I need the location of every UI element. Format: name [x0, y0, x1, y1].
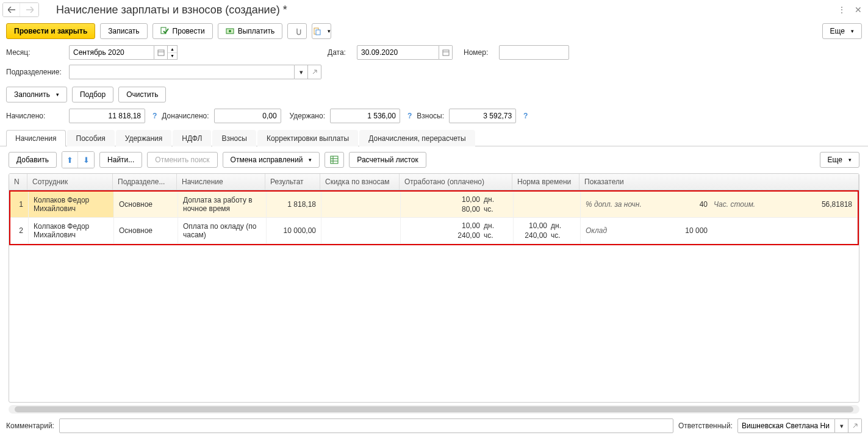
cell-accrual: Доплата за работу в ночное время	[178, 192, 267, 217]
kebab-menu-icon[interactable]: ⋮	[838, 5, 846, 15]
pick-button[interactable]: Подбор	[72, 87, 113, 102]
additional-value[interactable]	[214, 109, 281, 123]
grid-icon	[330, 156, 339, 164]
month-input[interactable]	[69, 45, 154, 60]
date-label: Дата:	[328, 48, 352, 57]
cell-worked: 10,00дн. 80,00чс.	[401, 192, 514, 217]
svg-rect-5	[158, 50, 164, 56]
accrued-label: Начислено:	[6, 112, 64, 120]
date-input[interactable]	[357, 45, 439, 60]
comment-input[interactable]	[59, 418, 673, 433]
responsible-label: Ответственный:	[678, 422, 733, 430]
col-norm[interactable]: Норма времени	[512, 174, 579, 190]
tab-recalc[interactable]: Доначисления, перерасчеты	[359, 130, 475, 146]
contrib-value[interactable]	[449, 109, 516, 123]
tab-ndfl[interactable]: НДФЛ	[173, 130, 211, 146]
cell-department: Основное	[114, 218, 178, 243]
cancel-search-button: Отменить поиск	[147, 152, 217, 168]
table-row[interactable]: 2 Колпаков Федор Михайлович Основное Опл…	[10, 218, 858, 244]
add-row-button[interactable]: Добавить	[9, 152, 57, 168]
col-department[interactable]: Подразделе...	[113, 174, 177, 190]
cell-n: 2	[10, 218, 29, 243]
svg-rect-4	[316, 30, 320, 35]
department-input[interactable]	[69, 65, 295, 79]
help-icon[interactable]: ?	[407, 112, 412, 120]
accrued-value[interactable]	[69, 109, 145, 123]
number-label: Номер:	[464, 48, 494, 57]
svg-rect-9	[331, 156, 338, 163]
nav-forward-button[interactable]	[21, 3, 38, 16]
col-worked[interactable]: Отработано (оплачено)	[400, 174, 512, 190]
cell-indicators: % допл. за ночн.40 Час. стоим.56,81818	[581, 192, 858, 217]
table-settings-button[interactable]	[325, 152, 344, 168]
number-input[interactable]	[499, 45, 569, 60]
find-button[interactable]: Найти...	[99, 152, 142, 168]
withheld-value[interactable]	[330, 109, 400, 123]
cancel-fix-button[interactable]: Отмена исправлений	[223, 152, 320, 168]
calendar-icon[interactable]	[439, 45, 453, 60]
tab-corrections[interactable]: Корректировки выплаты	[257, 130, 358, 146]
more-button[interactable]: Еще	[822, 23, 862, 39]
cell-discount	[321, 218, 401, 243]
department-label: Подразделение:	[6, 68, 64, 76]
tab-benefits[interactable]: Пособия	[67, 130, 115, 146]
col-discount[interactable]: Скидка по взносам	[320, 174, 400, 190]
month-label: Месяц:	[6, 48, 64, 57]
cell-norm: 10,00дн. 240,00чс.	[514, 218, 581, 243]
help-icon[interactable]: ?	[523, 112, 528, 120]
responsible-input[interactable]	[737, 418, 835, 433]
cell-result: 1 818,18	[267, 192, 321, 217]
paperclip-icon	[293, 27, 301, 35]
col-n[interactable]: N	[9, 174, 27, 190]
move-up-button[interactable]: ⬆	[62, 152, 78, 168]
withheld-label: Удержано:	[290, 112, 325, 120]
cell-worked: 10,00дн. 240,00чс.	[401, 218, 514, 243]
calendar-icon[interactable]	[154, 45, 168, 60]
tab-contributions[interactable]: Взносы	[212, 130, 256, 146]
cell-employee: Колпаков Федор Михайлович	[29, 192, 114, 217]
open-icon[interactable]	[848, 418, 862, 433]
save-button[interactable]: Записать	[100, 23, 147, 39]
move-buttons: ⬆ ⬇	[62, 151, 95, 168]
col-indicators[interactable]: Показатели	[579, 174, 859, 190]
report-dropdown-button[interactable]	[312, 23, 331, 39]
dropdown-icon[interactable]: ▾	[295, 65, 308, 79]
clear-button[interactable]: Очистить	[118, 87, 166, 102]
dropdown-icon[interactable]: ▾	[835, 418, 848, 433]
table-row[interactable]: 1 Колпаков Федор Михайлович Основное Доп…	[10, 192, 858, 218]
comment-label: Комментарий:	[6, 422, 54, 430]
month-spinner[interactable]: ▲▼	[168, 45, 178, 60]
cell-accrual: Оплата по окладу (по часам)	[178, 218, 267, 243]
help-icon[interactable]: ?	[152, 112, 157, 120]
tab-accruals[interactable]: Начисления	[6, 130, 66, 146]
nav-back-button[interactable]	[3, 3, 20, 16]
money-icon	[226, 27, 234, 35]
cell-result: 10 000,00	[267, 218, 321, 243]
payslip-button[interactable]: Расчетный листок	[349, 152, 426, 168]
move-down-button[interactable]: ⬇	[78, 152, 94, 168]
table-header: N Сотрудник Подразделе... Начисление Рез…	[9, 174, 859, 190]
tab-withholdings[interactable]: Удержания	[116, 130, 172, 146]
col-employee[interactable]: Сотрудник	[27, 174, 113, 190]
attach-button[interactable]	[287, 23, 307, 39]
accruals-table: N Сотрудник Подразделе... Начисление Рез…	[9, 173, 859, 403]
horizontal-scrollbar[interactable]	[9, 405, 859, 414]
fill-button[interactable]: Заполнить	[6, 87, 67, 102]
contrib-label: Взносы:	[417, 112, 444, 120]
open-icon[interactable]	[308, 65, 321, 79]
cell-indicators: Оклад10 000	[581, 218, 858, 243]
cell-norm	[514, 192, 581, 217]
nav-buttons	[2, 2, 39, 17]
report-icon	[313, 27, 321, 35]
payout-button[interactable]: Выплатить	[218, 23, 283, 39]
col-accrual[interactable]: Начисление	[177, 174, 265, 190]
tabs: Начисления Пособия Удержания НДФЛ Взносы…	[0, 129, 868, 146]
col-result[interactable]: Результат	[265, 174, 320, 190]
tab-more-button[interactable]: Еще	[820, 152, 859, 168]
post-button[interactable]: Провести	[152, 23, 213, 39]
cell-discount	[321, 192, 401, 217]
cell-department: Основное	[114, 192, 178, 217]
close-icon[interactable]: ✕	[855, 5, 862, 15]
post-and-close-button[interactable]: Провести и закрыть	[6, 23, 95, 39]
additional-label: Доначислено:	[162, 112, 209, 120]
